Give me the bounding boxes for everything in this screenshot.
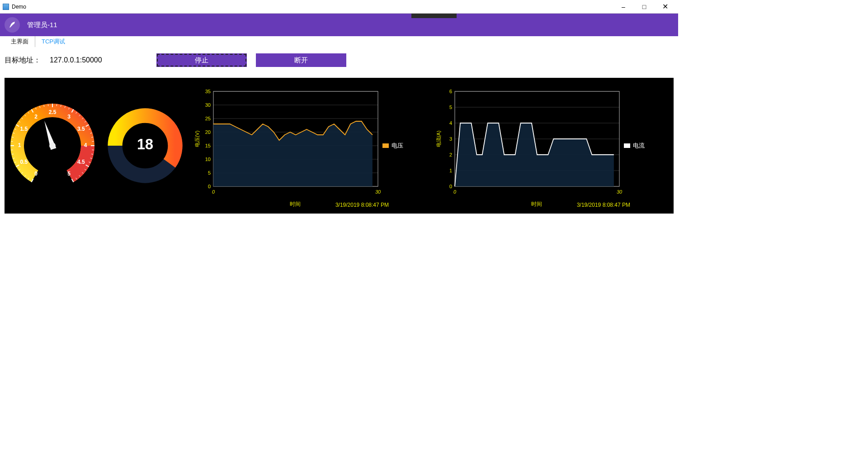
voltage-timestamp: 3/19/2019 8:08:47 PM [335,202,389,208]
legend-label-current: 电流 [633,142,645,150]
debug-adorner [411,14,457,18]
svg-text:电压(V): 电压(V) [194,131,200,147]
svg-text:2: 2 [34,114,38,120]
tab-label: TCP调试 [42,38,65,45]
tab-main[interactable]: 主界面 [5,36,35,47]
svg-text:30: 30 [375,189,381,195]
svg-text:2: 2 [449,152,452,157]
voltage-chart: 05101520253035030电压(V) [193,87,382,204]
svg-text:6: 6 [449,89,452,94]
window-close-button[interactable]: ✕ [655,0,675,14]
svg-text:35: 35 [205,89,211,94]
svg-text:15: 15 [205,143,211,148]
tab-tcp[interactable]: TCP调试 [35,36,71,47]
gauge-progress: 18 [102,103,188,189]
svg-text:0: 0 [208,184,211,189]
svg-text:0.5: 0.5 [20,159,28,165]
svg-text:1: 1 [449,168,452,173]
svg-text:3.5: 3.5 [77,126,85,132]
legend-swatch-current [624,143,630,148]
svg-text:1.5: 1.5 [20,126,28,132]
svg-text:5: 5 [208,170,211,176]
svg-text:电流(A): 电流(A) [436,131,441,147]
main-panel: 目标地址： 127.0.0.1:50000 停止 断开 00.511.522.5… [0,47,678,220]
app-header: 管理员-11 [0,14,678,36]
svg-text:10: 10 [205,157,211,162]
svg-text:4: 4 [449,120,452,126]
svg-text:20: 20 [205,129,211,135]
tab-label: 主界面 [11,38,28,45]
logo-circle [5,17,20,33]
voltage-legend: 电压 [382,142,414,150]
disconnect-button[interactable]: 断开 [256,53,346,67]
svg-point-64 [49,143,56,149]
current-chart-panel: 0123456030电流(A) 电流 时间 3/19/2019 8:08:47 … [434,81,671,210]
svg-text:30: 30 [205,102,211,108]
svg-text:2.5: 2.5 [49,109,57,115]
tab-bar: 主界面 TCP调试 [0,36,678,47]
svg-text:0: 0 [34,171,38,177]
svg-text:0: 0 [212,189,215,195]
target-address-label: 目标地址： [5,56,41,65]
current-timestamp: 3/19/2019 8:08:47 PM [577,202,630,208]
svg-text:3: 3 [449,136,452,142]
svg-text:4.5: 4.5 [77,159,85,165]
svg-text:5: 5 [67,171,71,177]
voltage-xlabel: 时间 [290,201,301,207]
svg-text:30: 30 [617,189,623,195]
svg-text:18: 18 [137,136,153,152]
control-row: 目标地址： 127.0.0.1:50000 停止 断开 [5,53,674,67]
window-minimize-button[interactable]: – [613,0,634,14]
feather-icon [8,21,16,29]
svg-text:0: 0 [449,184,452,189]
window-titlebar: Demo – □ ✕ [0,0,678,14]
app-icon [3,4,9,10]
svg-text:4: 4 [84,142,87,148]
current-chart-footer: 时间 3/19/2019 8:08:47 PM [434,200,639,208]
svg-text:0: 0 [453,189,457,195]
voltage-chart-footer: 时间 3/19/2019 8:08:47 PM [193,200,398,208]
header-user: 管理员-11 [27,21,57,29]
legend-label-voltage: 电压 [392,142,403,150]
voltage-chart-panel: 05101520253035030电压(V) 电压 时间 3/19/2019 8… [193,81,429,210]
svg-text:25: 25 [205,116,211,121]
window-title: Demo [12,4,26,10]
svg-text:1: 1 [18,142,21,148]
target-address-value: 127.0.0.1:50000 [50,56,102,64]
svg-text:3: 3 [67,114,71,120]
stop-button[interactable]: 停止 [156,53,247,67]
dashboard: 00.511.522.533.544.55 18 051015202530350… [5,78,674,214]
gauge-speed: 00.511.522.533.544.55 [7,100,98,191]
current-xlabel: 时间 [531,201,542,207]
gauge-panel: 00.511.522.533.544.55 18 [7,81,188,210]
legend-swatch-voltage [382,143,389,148]
window-maximize-button[interactable]: □ [634,0,655,14]
current-legend: 电流 [624,142,656,150]
current-chart: 0123456030电流(A) [434,87,624,204]
svg-text:5: 5 [449,105,452,110]
